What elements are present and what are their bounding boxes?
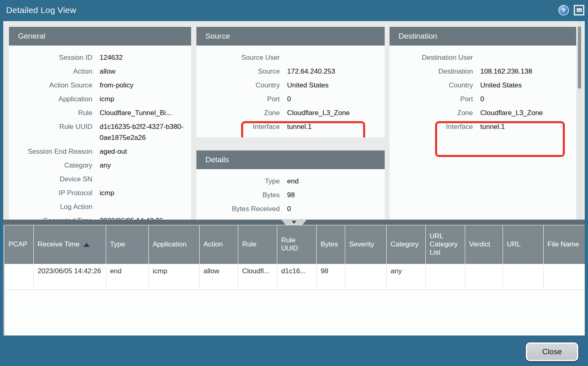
column-header-file-name[interactable]: File Name — [543, 225, 585, 264]
column-header-type[interactable]: Type — [106, 225, 148, 264]
field-value: end — [287, 176, 385, 187]
field-row: Generated Time2023/06/05 14:42:26 — [9, 214, 191, 220]
field-value: tunnel.1 — [480, 121, 576, 132]
field-value: icmp — [100, 187, 191, 198]
cell-type: end — [106, 264, 148, 290]
general-panel-body: Session ID124632 Actionallow Action Sour… — [9, 46, 191, 220]
field-label: Port — [390, 94, 473, 105]
field-value: allow — [100, 66, 191, 77]
field-value: 108.162.236.138 — [480, 66, 576, 77]
field-row: Session ID124632 — [9, 50, 191, 64]
cell-url — [503, 264, 543, 290]
field-label: Action Source — [9, 80, 92, 91]
field-label: Category — [9, 160, 92, 171]
field-label: Session End Reason — [9, 146, 92, 157]
maximize-window-icon[interactable] — [574, 5, 584, 15]
field-row: Typeend — [196, 174, 385, 188]
field-value: Cloudflare_L3_Zone — [480, 107, 576, 118]
column-header-application[interactable]: Application — [148, 225, 199, 264]
field-row: Action Sourcefrom-policy — [9, 78, 191, 92]
field-label: Country — [390, 80, 473, 91]
panel-table-splitter[interactable] — [3, 220, 585, 225]
field-row: Destination108.162.236.138 — [390, 64, 576, 78]
field-value: d1c16235-b2f2-4327-b380-0ae1875e2a26 — [100, 121, 191, 143]
field-value: 0 — [287, 203, 385, 214]
dialog-titlebar: Detailed Log View ? — [0, 0, 588, 21]
field-value: 2023/06/05 14:42:26 — [100, 215, 191, 220]
column-header-category[interactable]: Category — [386, 225, 425, 264]
field-label: Rule UUID — [9, 121, 92, 143]
detail-panels-region: General Session ID124632 Actionallow Act… — [3, 21, 585, 220]
field-label: Interface — [196, 121, 280, 132]
field-label: Country — [196, 80, 280, 91]
details-panel-header: Details — [196, 150, 385, 169]
help-glyph: ? — [562, 7, 565, 14]
destination-panel: Destination Destination User Destination… — [390, 27, 576, 220]
field-label: Generated Time — [9, 215, 92, 220]
help-icon[interactable]: ? — [558, 5, 569, 15]
column-header-verdict[interactable]: Verdict — [465, 225, 503, 264]
field-value: United States — [480, 80, 576, 91]
cell-url-category-list — [425, 264, 465, 290]
field-value: United States — [287, 80, 385, 91]
collapse-handle[interactable] — [281, 219, 307, 225]
field-label: Destination User — [390, 52, 473, 63]
field-row: Bytes Received0 — [196, 202, 385, 216]
column-header-severity[interactable]: Severity — [345, 225, 386, 264]
sort-ascending-icon — [83, 243, 90, 247]
field-label: Source User — [196, 52, 280, 63]
cell-bytes: 98 — [316, 264, 345, 290]
field-row: Actionallow — [9, 64, 191, 78]
field-value — [287, 52, 385, 63]
field-row: Bytes98 — [196, 188, 385, 202]
window-glyph — [577, 8, 582, 12]
field-label: Rule — [9, 107, 92, 118]
column-header-rule-uuid[interactable]: Rule UUID — [277, 225, 316, 264]
table-header-row: PCAP Receive Time Type Application Actio… — [4, 225, 585, 264]
field-row: RuleCloudflare_Tunnel_Bi... — [9, 106, 191, 120]
close-button[interactable]: Close — [526, 342, 578, 361]
cell-receive-time: 2023/06/05 14:42:26 — [33, 264, 106, 290]
field-value — [100, 201, 191, 212]
column-header-url[interactable]: URL — [503, 225, 543, 264]
destination-panel-header: Destination — [390, 27, 576, 46]
general-panel-header: General — [9, 27, 191, 46]
field-label: Port — [196, 94, 280, 105]
table-row[interactable]: 2023/06/05 14:42:26 end icmp allow Cloud… — [4, 264, 585, 290]
column-header-receive-time[interactable]: Receive Time — [33, 225, 106, 264]
field-value: 124632 — [100, 52, 191, 63]
field-label: Session ID — [9, 52, 92, 63]
log-table: PCAP Receive Time Type Application Actio… — [4, 225, 585, 290]
column-header-url-category-list[interactable]: URL Category List — [425, 225, 465, 264]
cell-application: icmp — [148, 264, 199, 290]
column-header-pcap[interactable]: PCAP — [4, 225, 33, 264]
column-header-bytes[interactable]: Bytes — [316, 225, 345, 264]
cell-action: allow — [199, 264, 238, 290]
field-value: Cloudflare_Tunnel_Bi... — [100, 107, 191, 118]
field-label: Bytes Received — [196, 203, 280, 214]
cell-pcap — [4, 264, 33, 290]
field-label: Type — [196, 176, 280, 187]
vertical-scrollbar[interactable] — [577, 21, 582, 220]
cell-verdict — [465, 264, 503, 290]
field-value: Cloudflare_L3_Zone — [287, 107, 385, 118]
field-label: Source — [196, 66, 280, 77]
column-header-action[interactable]: Action — [199, 225, 238, 264]
source-panel-header: Source — [196, 27, 385, 46]
field-row: Session End Reasonaged-out — [9, 144, 191, 158]
cell-file-name — [543, 264, 585, 290]
field-row: Source User — [196, 50, 385, 64]
field-value: tunnel.1 — [287, 121, 385, 132]
field-value — [100, 174, 191, 185]
field-label: Device SN — [9, 174, 92, 185]
field-label: Bytes — [196, 190, 280, 200]
field-label: Action — [9, 66, 92, 77]
column-header-rule[interactable]: Rule — [238, 225, 277, 264]
scrollbar-thumb[interactable] — [578, 26, 581, 89]
dialog-title: Detailed Log View — [6, 5, 76, 15]
log-table-region: PCAP Receive Time Type Application Actio… — [3, 225, 585, 336]
details-panel-body: Typeend Bytes98 Bytes Received0 — [196, 169, 385, 216]
field-row: IP Protocolicmp — [9, 186, 191, 200]
field-row: Interfacetunnel.1 — [390, 120, 576, 133]
field-label: IP Protocol — [9, 187, 92, 198]
